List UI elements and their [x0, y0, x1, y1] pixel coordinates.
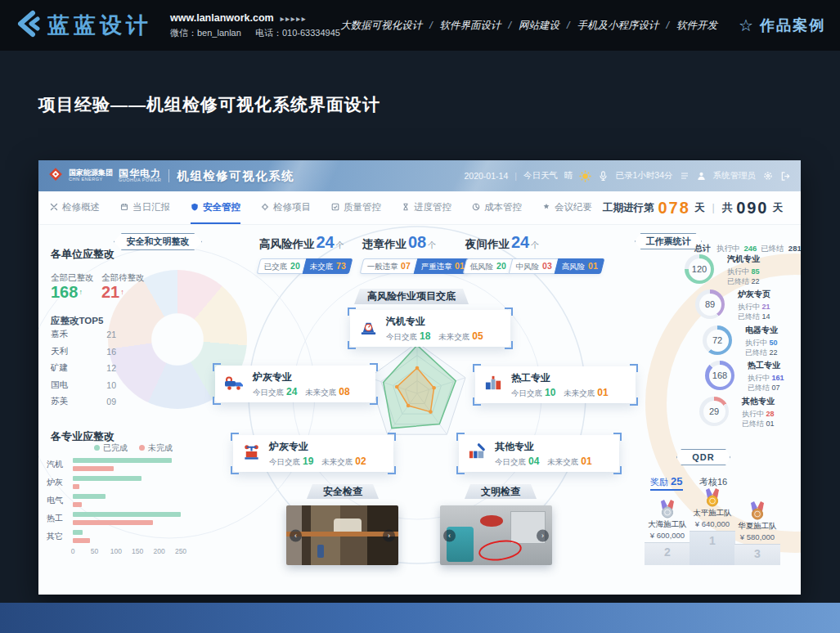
- gear-icon[interactable]: [762, 170, 774, 182]
- divider: /: [667, 20, 669, 31]
- qdr-tab-assess[interactable]: 考核16: [699, 477, 727, 489]
- bar-done: [73, 530, 83, 535]
- guohua-power-name: 国华电力 GUOHUA POWER: [119, 168, 161, 183]
- ticket-ring: 29: [699, 397, 729, 426]
- wechat-label: 微信：: [170, 28, 197, 38]
- nav-item-3[interactable]: 手机及小程序设计: [577, 19, 659, 33]
- logout-icon[interactable]: [780, 171, 791, 182]
- quality-icon: [331, 203, 339, 211]
- qdr-tabs: 奖励 25 考核16: [650, 474, 740, 488]
- energy-group-logo-icon: [48, 167, 63, 185]
- finished-label: 已终结: [761, 244, 784, 254]
- lanlan-logo-icon: [13, 10, 41, 41]
- daily-report-icon: [120, 203, 128, 211]
- podium-step: 1: [690, 531, 735, 565]
- tab-progress[interactable]: 进度管控: [402, 191, 451, 224]
- tab-meeting[interactable]: 会议纪要: [542, 191, 592, 224]
- stat-badge: 低风险20: [463, 258, 514, 274]
- nav-item-1[interactable]: 软件界面设计: [440, 19, 501, 33]
- star-icon: ☆: [739, 16, 755, 35]
- user-role[interactable]: 系统管理员: [713, 170, 757, 182]
- ticket-item-2: 72电器专业执行中 50已终结 22: [703, 325, 801, 358]
- photo-scaffold-beam: [286, 532, 398, 536]
- tab-daily-report[interactable]: 当日汇报: [120, 191, 170, 224]
- schedule-total-days: 090: [736, 199, 768, 218]
- divider: /: [509, 20, 511, 31]
- photo-next-button[interactable]: ›: [537, 529, 549, 541]
- top5-title: 应整改TOP5: [51, 315, 103, 327]
- overview-icon: [50, 203, 58, 211]
- stat-badge: 一般违章07: [360, 258, 418, 274]
- ticket-ring: 72: [703, 325, 732, 355]
- podium-rank-1: 太平施工队¥ 640,0001: [690, 488, 735, 565]
- stat-badge: 高风险01: [555, 258, 605, 274]
- schedule-total-unit: 天: [773, 201, 784, 215]
- bronze-medal-icon: [749, 501, 766, 521]
- site-url[interactable]: www.lanlanwork.com: [170, 12, 274, 24]
- photo-next-button[interactable]: ›: [383, 529, 395, 541]
- qdr-tab-reward[interactable]: 奖励 25: [650, 477, 683, 491]
- photo-red-valve: [480, 515, 502, 528]
- done-value: 168↑: [51, 283, 83, 302]
- spec-card-plant[interactable]: 热工专业今日交底10未来交底01: [475, 366, 636, 403]
- bar-todo: [73, 502, 82, 507]
- tab-cost[interactable]: 成本管控: [472, 191, 522, 224]
- truck-icon: [223, 372, 245, 396]
- ticket-item-0: 120汽机专业执行中 85已终结 22: [685, 254, 791, 287]
- nav-item-0[interactable]: 大数据可视化设计: [340, 19, 422, 33]
- ticket-item-1: 89炉灰专页执行中 21已终结 14: [695, 290, 801, 322]
- stat-badge: 已交底20: [257, 258, 308, 274]
- site-header: 蓝蓝设计 www.lanlanwork.com▸▸▸▸▸ 微信：ben_lanl…: [0, 0, 840, 51]
- tab-quality[interactable]: 质量管控: [331, 191, 381, 224]
- schedule-prefix: 工期进行第: [603, 201, 654, 215]
- date-value: 2020-01-14: [465, 171, 509, 181]
- legend-todo-dot: [139, 445, 145, 451]
- top5-list: 嘉禾21天利16矿建12国电10苏美09: [51, 326, 116, 411]
- spec-card-factory[interactable]: 其他专业今日交底04未来交底01: [459, 435, 619, 472]
- project-icon: [261, 203, 269, 211]
- photo-prev-button[interactable]: ‹: [443, 529, 456, 541]
- tab-project[interactable]: 检修项目: [261, 191, 311, 224]
- stat-group-2: 夜间作业24个低风险20中风险03高风险01: [465, 233, 604, 274]
- schedule-unit: 天: [694, 201, 705, 215]
- top5-row: 国电10: [51, 377, 116, 394]
- photo-prev-button[interactable]: ‹: [290, 529, 302, 541]
- tab-safety[interactable]: 安全管控: [191, 191, 240, 224]
- wechat-value: ben_lanlan: [197, 28, 241, 38]
- top5-row: 天利16: [51, 343, 116, 361]
- nav-item-4[interactable]: 软件开发: [676, 19, 717, 33]
- spec-card-valve[interactable]: 炉灰专业今日交底19未来交底02: [233, 435, 393, 472]
- nav-item-2[interactable]: 网站建设: [519, 19, 559, 33]
- site-logo[interactable]: 蓝蓝设计: [13, 10, 152, 41]
- power-brand: 国家能源集团 CHN ENERGY 国华电力 GUOHUA POWER: [48, 167, 161, 185]
- divider: /: [567, 20, 569, 31]
- axis-tick: 0: [71, 547, 75, 555]
- list-icon[interactable]: [680, 171, 690, 181]
- bar-row: 热工: [47, 510, 202, 528]
- bar-todo: [73, 538, 90, 543]
- cases-link[interactable]: ☆ 作品案例: [739, 16, 825, 35]
- stat-badge: 未交底73: [303, 258, 353, 274]
- total-running-value: 246: [744, 244, 757, 253]
- safety-check-photo: ‹ ›: [286, 505, 398, 565]
- spec-card-gauge[interactable]: 汽机专业今日交底18未来交底05: [350, 310, 510, 347]
- top5-row: 苏美09: [51, 393, 116, 411]
- spec-card-truck[interactable]: 炉灰专业今日交底24未来交底08: [215, 366, 375, 402]
- total-label: 总计: [694, 243, 711, 254]
- factory-icon: [467, 442, 487, 465]
- total-finished-value: 281: [788, 244, 801, 253]
- safety-check-title: 安全检查: [307, 484, 379, 499]
- weather-value: 晴: [564, 170, 573, 182]
- bar-todo: [73, 520, 153, 525]
- arrows-decoration: ▸▸▸▸▸: [281, 15, 308, 23]
- bar-row: 汽机: [47, 456, 202, 474]
- disclosure-title: 高风险作业项目交底: [354, 289, 469, 304]
- tab-overview[interactable]: 检修概述: [50, 191, 100, 224]
- dashboard-topbar: 国家能源集团 CHN ENERGY 国华电力 GUOHUA POWER 机组检修…: [38, 160, 801, 191]
- top5-row: 嘉禾21: [51, 326, 116, 343]
- plant-icon: [483, 373, 504, 397]
- ticket-section-badge: 工作票统计: [635, 233, 702, 249]
- ticket-total-row: 总计 执行中 246 已终结 281: [694, 243, 801, 254]
- contact-info: www.lanlanwork.com▸▸▸▸▸ 微信：ben_lanlan 电话…: [170, 11, 340, 39]
- photo-worker: [317, 545, 324, 558]
